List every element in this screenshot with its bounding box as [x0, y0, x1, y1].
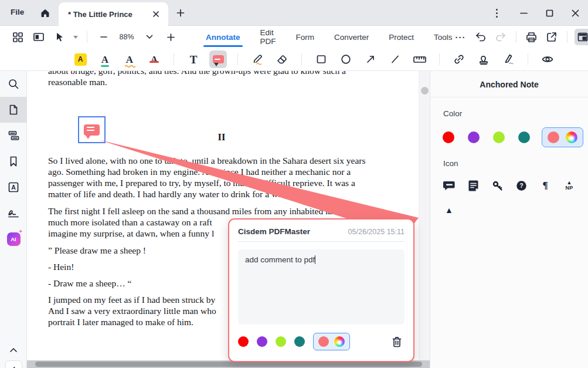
custom-color-picker[interactable] [566, 131, 577, 143]
note-icon-options: ? ¶ ▲NP [442, 178, 588, 193]
note-popup[interactable]: Cisdem PDFMaster 05/26/2025 15:11 add co… [228, 218, 414, 362]
file-menu[interactable]: File [11, 8, 24, 16]
zoom-in-button[interactable] [162, 29, 179, 45]
anchored-note-annotation[interactable] [78, 116, 106, 143]
color-salmon-selected[interactable] [548, 131, 559, 143]
svg-text:A: A [11, 184, 16, 191]
zoom-dropdown[interactable] [141, 29, 158, 45]
color-purple[interactable] [468, 131, 480, 143]
share-button[interactable] [543, 29, 560, 45]
icon-option-help[interactable]: ? [514, 178, 528, 193]
home-button[interactable] [38, 5, 53, 21]
select-tool-dropdown[interactable] [73, 35, 79, 39]
pencil-icon [251, 53, 264, 66]
redo-icon [495, 31, 507, 43]
sidebar-pages[interactable] [0, 97, 27, 123]
bookmark-icon [8, 156, 19, 167]
thumbnail-grid-button[interactable] [9, 29, 26, 45]
print-button[interactable] [524, 29, 540, 45]
color-lime[interactable] [493, 131, 505, 143]
arrow-tool[interactable] [362, 50, 379, 68]
sidebar-outline[interactable] [0, 123, 27, 148]
icon-option-comment[interactable] [442, 178, 456, 193]
popup-color-salmon-selected[interactable] [318, 336, 329, 347]
rectangle-tool[interactable] [312, 50, 330, 68]
comment-textarea[interactable]: add comment to pdf [238, 249, 405, 325]
tab-tools[interactable]: Tools [434, 28, 453, 47]
sidebar-signatures[interactable] [0, 200, 27, 226]
sidebar-annotations[interactable]: A [0, 174, 27, 200]
icon-option-note[interactable] [466, 178, 480, 193]
undo-button[interactable] [473, 29, 489, 45]
page-icon [8, 104, 19, 116]
doc-line: ago. Something had broken in my engine. … [48, 167, 351, 177]
link-tool[interactable] [450, 50, 468, 68]
minimize-button[interactable] [511, 0, 536, 26]
highlight-tool[interactable]: A [72, 50, 89, 68]
letter-a-square-icon: A [8, 181, 19, 193]
tab-protect[interactable]: Protect [389, 28, 414, 47]
main-toolbar: 88% Annotate Edit PDF Form Converter Pro… [0, 26, 588, 48]
current-page-input[interactable]: 4 [5, 360, 22, 368]
signature-tool[interactable] [499, 50, 517, 68]
doc-line: imagine my surprise, at dawn, when a fun… [48, 228, 214, 239]
document-tab[interactable]: * The Little Prince [59, 2, 168, 26]
strikeout-tool[interactable]: A [145, 50, 163, 68]
delete-note-button[interactable] [389, 334, 405, 349]
icon-option-insert[interactable]: ▲ [442, 203, 456, 217]
show-hide-tool[interactable] [539, 50, 556, 68]
text-tool[interactable]: T [185, 50, 202, 68]
icon-option-new-paragraph[interactable]: ▲NP [562, 178, 576, 193]
split-view-button[interactable] [30, 29, 47, 45]
select-tool-button[interactable] [52, 29, 68, 45]
popup-color-lime[interactable] [276, 336, 286, 347]
sidebar-ai-assistant[interactable]: AI [0, 226, 27, 252]
new-tab-button[interactable] [174, 6, 187, 19]
insert-triangle-icon: ▲ [445, 205, 453, 215]
close-button[interactable] [562, 0, 588, 26]
line-tool[interactable] [386, 50, 404, 68]
icon-option-paragraph[interactable]: ¶ [538, 178, 552, 193]
circle-tool[interactable] [337, 50, 355, 68]
tab-edit-pdf[interactable]: Edit PDF [260, 23, 276, 51]
sidebar-search[interactable] [0, 71, 27, 97]
tab-form[interactable]: Form [296, 28, 315, 47]
squiggly-tool[interactable]: A [121, 50, 138, 68]
panel-layout-toggle[interactable] [575, 29, 588, 45]
pencil-tool[interactable] [249, 50, 266, 68]
underline-tool[interactable]: A [96, 50, 114, 68]
vertical-scrollbar-thumb[interactable] [421, 87, 429, 94]
icon-option-key[interactable] [490, 178, 504, 193]
redo-button[interactable] [492, 29, 509, 45]
split-view-icon [33, 32, 45, 42]
left-sidebar: A AI 4 54 [0, 71, 27, 368]
popup-color-purple[interactable] [257, 336, 267, 347]
popup-custom-color-picker[interactable] [334, 336, 345, 347]
more-tools-button[interactable]: ··· [453, 29, 469, 45]
overflow-menu-button[interactable] [490, 6, 504, 20]
vertical-scrollbar[interactable] [419, 71, 430, 360]
text-caret [315, 255, 315, 264]
print-icon [525, 31, 538, 43]
outline-tree-icon [8, 130, 20, 141]
measure-tool[interactable] [411, 50, 429, 68]
maximize-button[interactable] [536, 0, 562, 26]
popup-color-red[interactable] [238, 336, 249, 347]
properties-panel: Anchored Note Color Icon ? ¶ ▲NP ▲ [430, 71, 588, 368]
color-red[interactable] [443, 131, 454, 143]
link-icon [453, 53, 465, 65]
horizontal-scrollbar-thumb[interactable] [35, 362, 422, 367]
popup-color-teal[interactable] [294, 336, 305, 347]
color-teal[interactable] [518, 131, 530, 143]
anchored-note-tool[interactable] [209, 50, 227, 68]
sidebar-bookmarks[interactable] [0, 148, 27, 174]
eraser-tool[interactable] [273, 50, 291, 68]
stamp-tool[interactable] [475, 50, 492, 68]
eye-icon [541, 53, 554, 65]
tab-close-button[interactable] [149, 8, 162, 21]
tab-converter[interactable]: Converter [334, 28, 369, 47]
circle-icon [341, 54, 351, 65]
zoom-out-button[interactable] [96, 29, 112, 45]
previous-page-button[interactable] [9, 347, 18, 353]
tab-annotate[interactable]: Annotate [206, 28, 240, 47]
